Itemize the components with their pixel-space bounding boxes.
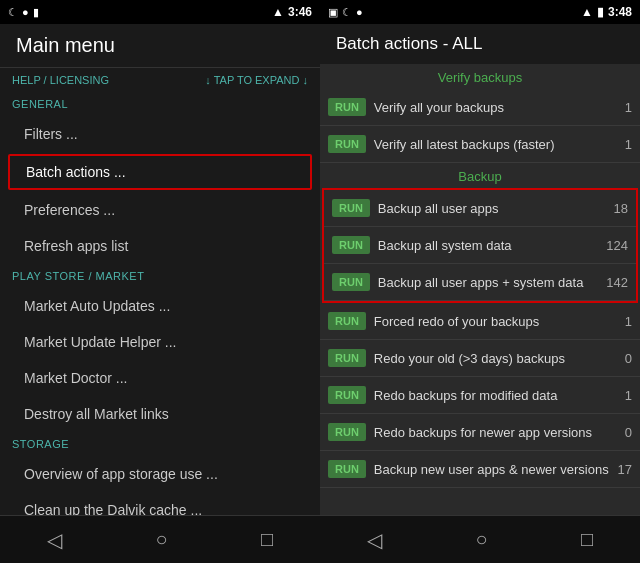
- batch-item-redo-modified[interactable]: RUN Redo backups for modified data 1: [320, 377, 640, 414]
- right-moon-icon: ☾: [342, 6, 352, 19]
- backup-section-label: Backup: [320, 163, 640, 188]
- right-status-time: ▲ ▮ 3:48: [581, 5, 632, 19]
- run-backup-new-versions-button[interactable]: RUN: [328, 460, 366, 478]
- run-redo-old-button[interactable]: RUN: [328, 349, 366, 367]
- menu-item-market-auto[interactable]: Market Auto Updates ...: [0, 288, 320, 324]
- right-screenshot-icon: ▣: [328, 6, 338, 19]
- tap-expand-label: ↓ TAP TO EXPAND ↓: [205, 74, 308, 86]
- right-nav-bar: ◁ ○ □: [320, 515, 640, 563]
- backup-new-versions-count: 17: [616, 462, 632, 477]
- right-back-button[interactable]: ◁: [367, 528, 382, 552]
- battery-icon: ▮: [33, 6, 39, 19]
- right-battery-icon: ▮: [597, 5, 604, 19]
- menu-item-market-doctor[interactable]: Market Doctor ...: [0, 360, 320, 396]
- redo-modified-count: 1: [616, 388, 632, 403]
- right-wifi-icon: ●: [356, 6, 363, 18]
- left-status-bar: ☾ ● ▮ ▲ 3:46: [0, 0, 320, 24]
- backup-red-border-group: RUN Backup all user apps 18 RUN Backup a…: [322, 188, 638, 303]
- menu-item-app-storage[interactable]: Overview of app storage use ...: [0, 456, 320, 492]
- left-panel: ☾ ● ▮ ▲ 3:46 Main menu HELP / LICENSING …: [0, 0, 320, 563]
- right-time: 3:48: [608, 5, 632, 19]
- right-status-bar: ▣ ☾ ● ▲ ▮ 3:48: [320, 0, 640, 24]
- left-menu-content: HELP / LICENSING ↓ TAP TO EXPAND ↓ GENER…: [0, 68, 320, 515]
- left-time: 3:46: [288, 5, 312, 19]
- moon-icon: ☾: [8, 6, 18, 19]
- batch-item-verify-latest[interactable]: RUN Verify all latest backups (faster) 1: [320, 126, 640, 163]
- run-forced-redo-button[interactable]: RUN: [328, 312, 366, 330]
- help-label: HELP / LICENSING: [12, 74, 109, 86]
- batch-item-forced-redo[interactable]: RUN Forced redo of your backups 1: [320, 303, 640, 340]
- redo-modified-text: Redo backups for modified data: [374, 388, 610, 403]
- backup-user-apps-text: Backup all user apps: [378, 201, 606, 216]
- forced-redo-text: Forced redo of your backups: [374, 314, 610, 329]
- run-verify-latest-button[interactable]: RUN: [328, 135, 366, 153]
- left-recent-button[interactable]: □: [261, 528, 273, 551]
- left-status-time: ▲ 3:46: [272, 5, 312, 19]
- run-backup-system-data-button[interactable]: RUN: [332, 236, 370, 254]
- run-redo-modified-button[interactable]: RUN: [328, 386, 366, 404]
- signal-icon: ▲: [272, 5, 284, 19]
- menu-item-preferences[interactable]: Preferences ...: [0, 192, 320, 228]
- backup-system-data-count: 124: [606, 238, 628, 253]
- backup-all-text: Backup all user apps + system data: [378, 275, 600, 290]
- backup-all-count: 142: [606, 275, 628, 290]
- menu-item-dalvik-cache[interactable]: Clean up the Dalvik cache ...: [0, 492, 320, 515]
- right-recent-button[interactable]: □: [581, 528, 593, 551]
- forced-redo-count: 1: [616, 314, 632, 329]
- batch-item-redo-newer[interactable]: RUN Redo backups for newer app versions …: [320, 414, 640, 451]
- left-back-button[interactable]: ◁: [47, 528, 62, 552]
- batch-item-backup-all[interactable]: RUN Backup all user apps + system data 1…: [324, 264, 636, 301]
- right-panel-title: Batch actions - ALL: [320, 24, 640, 64]
- verify-section-label: Verify backups: [320, 64, 640, 89]
- redo-newer-count: 0: [616, 425, 632, 440]
- verify-all-text: Verify all your backups: [374, 100, 610, 115]
- left-panel-title: Main menu: [0, 24, 320, 68]
- left-status-icons: ☾ ● ▮: [8, 6, 39, 19]
- verify-all-count: 1: [616, 100, 632, 115]
- run-redo-newer-button[interactable]: RUN: [328, 423, 366, 441]
- menu-item-batch-actions[interactable]: Batch actions ...: [8, 154, 312, 190]
- run-verify-all-button[interactable]: RUN: [328, 98, 366, 116]
- backup-system-data-text: Backup all system data: [378, 238, 600, 253]
- redo-newer-text: Redo backups for newer app versions: [374, 425, 610, 440]
- menu-item-market-helper[interactable]: Market Update Helper ...: [0, 324, 320, 360]
- wifi-icon: ●: [22, 6, 29, 18]
- help-section-header[interactable]: HELP / LICENSING ↓ TAP TO EXPAND ↓: [0, 68, 320, 92]
- redo-old-text: Redo your old (>3 days) backups: [374, 351, 610, 366]
- menu-item-destroy-market[interactable]: Destroy all Market links: [0, 396, 320, 432]
- run-backup-user-apps-button[interactable]: RUN: [332, 199, 370, 217]
- right-home-button[interactable]: ○: [475, 528, 487, 551]
- backup-new-versions-text: Backup new user apps & newer versions: [374, 462, 610, 477]
- left-nav-bar: ◁ ○ □: [0, 515, 320, 563]
- right-panel: ▣ ☾ ● ▲ ▮ 3:48 Batch actions - ALL Verif…: [320, 0, 640, 563]
- left-home-button[interactable]: ○: [155, 528, 167, 551]
- batch-item-backup-system-data[interactable]: RUN Backup all system data 124: [324, 227, 636, 264]
- menu-item-filters[interactable]: Filters ...: [0, 116, 320, 152]
- storage-section-header: STORAGE: [0, 432, 320, 456]
- right-signal-icon: ▲: [581, 5, 593, 19]
- menu-item-refresh-apps[interactable]: Refresh apps list: [0, 228, 320, 264]
- backup-user-apps-count: 18: [612, 201, 628, 216]
- verify-latest-count: 1: [616, 137, 632, 152]
- redo-old-count: 0: [616, 351, 632, 366]
- right-status-icons: ▣ ☾ ●: [328, 6, 363, 19]
- general-section-header: GENERAL: [0, 92, 320, 116]
- batch-item-backup-user-apps[interactable]: RUN Backup all user apps 18: [324, 190, 636, 227]
- batch-list: Verify backups RUN Verify all your backu…: [320, 64, 640, 515]
- batch-item-verify-all[interactable]: RUN Verify all your backups 1: [320, 89, 640, 126]
- batch-item-redo-old[interactable]: RUN Redo your old (>3 days) backups 0: [320, 340, 640, 377]
- verify-latest-text: Verify all latest backups (faster): [374, 137, 610, 152]
- batch-item-backup-new-versions[interactable]: RUN Backup new user apps & newer version…: [320, 451, 640, 488]
- run-backup-all-button[interactable]: RUN: [332, 273, 370, 291]
- playstore-section-header: PLAY STORE / MARKET: [0, 264, 320, 288]
